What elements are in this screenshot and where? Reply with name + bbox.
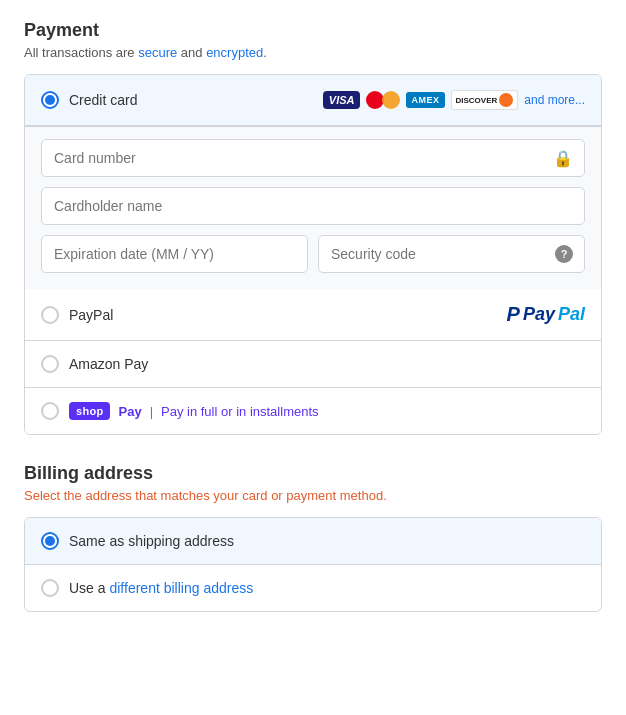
- same-shipping-radio[interactable]: [41, 532, 59, 550]
- card-number-input[interactable]: [41, 139, 585, 177]
- card-number-wrapper: 🔒: [41, 139, 585, 177]
- paypal-wordmark: Pay: [523, 304, 555, 325]
- paypal-radio[interactable]: [41, 306, 59, 324]
- discover-logo: DISCOVER: [451, 90, 519, 110]
- credit-card-radio[interactable]: [41, 91, 59, 109]
- cardholder-name-input[interactable]: [41, 187, 585, 225]
- secure-text: All transactions are secure and encrypte…: [24, 45, 602, 60]
- cardholder-wrapper: [41, 187, 585, 225]
- security-code-input[interactable]: [318, 235, 585, 273]
- paypal-label: PayPal: [69, 307, 113, 323]
- visa-logo: VISA: [323, 91, 361, 109]
- amazon-pay-label: Amazon Pay: [69, 356, 148, 372]
- shoppay-divider: |: [150, 404, 153, 419]
- paypal-wordmark-2: Pal: [558, 304, 585, 325]
- card-fields: 🔒 ?: [25, 126, 601, 289]
- security-code-wrapper: ?: [318, 235, 585, 273]
- payment-methods-box: Credit card VISA AMEX DISCOVER and more.…: [24, 74, 602, 435]
- credit-card-label: Credit card: [69, 92, 137, 108]
- expiry-wrapper: [41, 235, 308, 273]
- credit-card-option[interactable]: Credit card VISA AMEX DISCOVER and more.…: [25, 75, 601, 126]
- amazon-pay-option[interactable]: Amazon Pay: [25, 341, 601, 388]
- expiry-security-row: ?: [41, 235, 585, 273]
- shoppay-wrapper: shop Pay | Pay in full or in installment…: [69, 402, 319, 420]
- shop-pay-option[interactable]: shop Pay | Pay in full or in installment…: [25, 388, 601, 434]
- shoppay-installments-text: Pay in full or in installments: [161, 404, 319, 419]
- shop-badge: shop: [69, 402, 110, 420]
- security-question-icon: ?: [555, 245, 573, 263]
- paypal-logo: P PayPal: [507, 303, 585, 326]
- amex-logo: AMEX: [406, 92, 444, 108]
- discover-text: DISCOVER: [456, 96, 498, 105]
- billing-title: Billing address: [24, 463, 602, 484]
- secure-link[interactable]: secure: [138, 45, 177, 60]
- paypal-p-icon: P: [507, 303, 520, 326]
- discover-circle: [499, 93, 513, 107]
- same-shipping-label: Same as shipping address: [69, 533, 234, 549]
- mastercard-logo: [366, 89, 400, 111]
- shop-pay-radio[interactable]: [41, 402, 59, 420]
- amazon-pay-radio[interactable]: [41, 355, 59, 373]
- paypal-option[interactable]: PayPal P PayPal: [25, 289, 601, 341]
- different-billing-option[interactable]: Use a different billing address: [25, 565, 601, 611]
- different-billing-label: Use a different billing address: [69, 580, 253, 596]
- billing-section: Billing address Select the address that …: [24, 463, 602, 612]
- amazon-pay-radio-label[interactable]: Amazon Pay: [41, 355, 148, 373]
- lock-icon: 🔒: [553, 149, 573, 168]
- different-billing-radio[interactable]: [41, 579, 59, 597]
- shop-pay-text: Pay: [118, 404, 141, 419]
- billing-subtitle: Select the address that matches your car…: [24, 488, 602, 503]
- card-logos: VISA AMEX DISCOVER and more...: [323, 89, 585, 111]
- mc-circle-right: [382, 91, 400, 109]
- payment-title: Payment: [24, 20, 602, 41]
- billing-options-box: Same as shipping address Use a different…: [24, 517, 602, 612]
- encrypted-link[interactable]: encrypted: [206, 45, 263, 60]
- different-billing-link[interactable]: different billing address: [109, 580, 253, 596]
- paypal-radio-label[interactable]: PayPal: [41, 306, 113, 324]
- same-as-shipping-option[interactable]: Same as shipping address: [25, 518, 601, 565]
- shop-pay-radio-label[interactable]: shop Pay | Pay in full or in installment…: [41, 402, 319, 420]
- credit-card-radio-label[interactable]: Credit card: [41, 91, 137, 109]
- and-more-text: and more...: [524, 93, 585, 107]
- question-mark-icon: ?: [555, 245, 573, 263]
- expiration-date-input[interactable]: [41, 235, 308, 273]
